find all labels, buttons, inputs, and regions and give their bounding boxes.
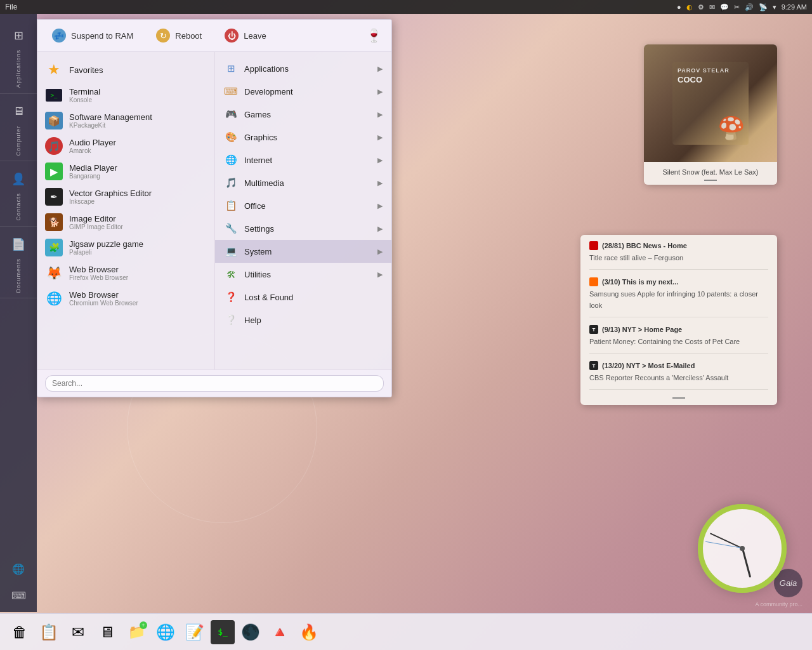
clock-widget bbox=[691, 498, 793, 599]
terminal-sub: Konsole bbox=[69, 96, 100, 103]
leave-button[interactable]: ⏻ Leave bbox=[219, 26, 271, 45]
menu-app-list: ★ Favorites >_ Terminal Konsole bbox=[37, 52, 215, 369]
taskbar-browser[interactable]: 🌐 bbox=[152, 619, 179, 646]
taskbar-trash[interactable]: 🗑 bbox=[6, 619, 33, 646]
category-utilities[interactable]: 🛠 Utilities ▶ bbox=[215, 263, 391, 286]
category-development[interactable]: ⌨ Development ▶ bbox=[215, 80, 391, 103]
news-source-label-2: (9/13) NYT > Home Page bbox=[602, 326, 682, 333]
taskbar-orb[interactable]: 🌑 bbox=[237, 619, 264, 646]
wine-icon: 🍷 bbox=[366, 28, 382, 43]
media-text: Media Player Bangarang bbox=[69, 163, 117, 180]
reboot-label: Reboot bbox=[175, 31, 202, 41]
menu-item-chromium[interactable]: 🌐 Web Browser Chromium Web Browser bbox=[37, 286, 214, 311]
top-bar-left: File bbox=[5, 3, 17, 11]
top-bar-volume-icon[interactable]: 🔊 bbox=[745, 3, 754, 11]
category-lost[interactable]: ❓ Lost & Found bbox=[215, 286, 391, 308]
cat-apps-label: Applications bbox=[244, 64, 371, 74]
sidebar-icon-contacts[interactable]: 👤 bbox=[8, 169, 29, 189]
taskbar-files[interactable]: 📁 + bbox=[123, 619, 150, 646]
sidebar-icon-network[interactable]: 🌐 bbox=[8, 559, 29, 579]
menu-item-media[interactable]: ▶ Media Player Bangarang bbox=[37, 159, 214, 184]
leave-icon: ⏻ bbox=[225, 29, 239, 43]
menu-item-software[interactable]: 📦 Software Management KPackageKit bbox=[37, 108, 214, 133]
category-multimedia[interactable]: 🎵 Multimedia ▶ bbox=[215, 171, 391, 194]
news-headline-2: Patient Money: Containing the Costs of P… bbox=[589, 338, 740, 345]
clock-hour-hand bbox=[742, 548, 751, 578]
cat-games-label: Games bbox=[244, 110, 371, 119]
menu-bottom bbox=[37, 369, 391, 397]
sidebar-icon-computer[interactable]: 🖥 bbox=[8, 102, 29, 122]
menu-item-audio[interactable]: 🎵 Audio Player Amarok bbox=[37, 133, 214, 159]
menu-search-input[interactable] bbox=[45, 375, 384, 392]
taskbar-clipboard[interactable]: 📋 bbox=[36, 619, 62, 646]
taskbar-notes[interactable]: 📝 bbox=[181, 619, 208, 646]
music-progress-line bbox=[704, 180, 717, 181]
clock-center bbox=[740, 546, 745, 551]
sidebar-icon-typewriter[interactable]: ⌨ bbox=[8, 585, 29, 606]
jigsaw-sub: Palapeli bbox=[69, 249, 143, 256]
cat-system-icon: 💻 bbox=[224, 244, 238, 258]
cat-office-icon: 📋 bbox=[224, 199, 238, 213]
taskbar-terminal[interactable]: $_ bbox=[211, 620, 235, 644]
sidebar-icon-applications[interactable]: ⊞ bbox=[8, 25, 29, 46]
reboot-button[interactable]: ↻ Reboot bbox=[151, 26, 207, 45]
menu-item-terminal[interactable]: >_ Terminal Konsole bbox=[37, 83, 214, 108]
cat-multi-arrow: ▶ bbox=[377, 179, 383, 187]
top-bar-dropdown-icon[interactable]: ▾ bbox=[773, 3, 776, 11]
cat-system-label: System bbox=[244, 247, 371, 256]
top-bar-network-icon[interactable]: 📡 bbox=[759, 3, 768, 11]
taskbar-mail[interactable]: ✉ bbox=[65, 619, 91, 646]
category-internet[interactable]: 🌐 Internet ▶ bbox=[215, 149, 391, 171]
top-bar-chat-icon[interactable]: 💬 bbox=[720, 3, 729, 11]
suspend-button[interactable]: 💤 Suspend to RAM bbox=[47, 26, 138, 45]
category-games[interactable]: 🎮 Games ▶ bbox=[215, 103, 391, 126]
category-settings[interactable]: 🔧 Settings ▶ bbox=[215, 217, 391, 240]
category-office[interactable]: 📋 Office ▶ bbox=[215, 194, 391, 217]
album-title: COCO bbox=[678, 75, 702, 84]
sidebar-label-computer: Computer bbox=[15, 126, 22, 156]
category-applications[interactable]: ⊞ Applications ▶ bbox=[215, 57, 391, 80]
top-bar-indicator-1: ● bbox=[677, 3, 681, 11]
news-headline-1: Samsung sues Apple for infringing 10 pat… bbox=[589, 290, 758, 309]
category-system[interactable]: 💻 System ▶ bbox=[215, 240, 391, 263]
music-track-name: Silent Snow (feat. Max Le Sax) bbox=[662, 168, 758, 176]
cat-games-arrow: ▶ bbox=[377, 110, 383, 119]
taskbar-vlc[interactable]: 🔺 bbox=[266, 619, 293, 646]
taskbar-desktop[interactable]: 🖥 bbox=[94, 619, 121, 646]
orange-icon bbox=[589, 277, 598, 286]
taskbar-firefox[interactable]: 🔥 bbox=[296, 619, 322, 646]
vector-text: Vector Graphics Editor Inkscape bbox=[69, 189, 152, 205]
top-bar-mail-icon[interactable]: ✉ bbox=[709, 3, 715, 11]
menu-item-firefox[interactable]: 🦊 Web Browser Firefox Web Browser bbox=[37, 260, 214, 286]
image-icon: 🐕 bbox=[45, 213, 63, 231]
top-bar-file-menu[interactable]: File bbox=[5, 3, 17, 11]
category-help[interactable]: ❔ Help bbox=[215, 308, 391, 331]
news-source-label-0: (28/81) BBC News - Home bbox=[602, 242, 687, 249]
top-bar-tools-icon[interactable]: ✂ bbox=[734, 3, 740, 11]
cat-graphics-icon: 🎨 bbox=[224, 130, 238, 144]
menu-item-jigsaw[interactable]: 🧩 Jigsaw puzzle game Palapeli bbox=[37, 235, 214, 260]
cat-office-arrow: ▶ bbox=[377, 202, 383, 210]
news-item-3: T (13/20) NYT > Most E-Mailed CBS Report… bbox=[589, 361, 768, 390]
sidebar-icon-documents[interactable]: 📄 bbox=[8, 234, 29, 255]
news-headline-0: Title race still alive – Ferguson bbox=[589, 254, 683, 262]
taskbar: 🗑 📋 ✉ 🖥 📁 + 🌐 📝 $_ 🌑 🔺 🔥 bbox=[0, 613, 812, 650]
news-source-label-1: (3/10) This is my next... bbox=[602, 278, 678, 286]
cat-internet-label: Internet bbox=[244, 156, 371, 165]
top-bar-settings-icon[interactable]: ⚙ bbox=[698, 3, 704, 11]
bbc-icon bbox=[589, 241, 598, 250]
menu-item-favorites[interactable]: ★ Favorites bbox=[37, 57, 214, 83]
cat-settings-icon: 🔧 bbox=[224, 222, 238, 235]
menu-item-image[interactable]: 🐕 Image Editor GIMP Image Editor bbox=[37, 209, 214, 235]
category-graphics[interactable]: 🎨 Graphics ▶ bbox=[215, 126, 391, 149]
left-sidebar: ⊞ Applications 🖥 Computer 👤 Contacts 📄 D… bbox=[0, 14, 37, 612]
cat-multi-label: Multimedia bbox=[244, 178, 371, 188]
menu-item-vector[interactable]: ✒ Vector Graphics Editor Inkscape bbox=[37, 184, 214, 209]
chromium-text: Web Browser Chromium Web Browser bbox=[69, 290, 138, 307]
news-source-1: (3/10) This is my next... bbox=[589, 277, 768, 286]
cat-multi-icon: 🎵 bbox=[224, 176, 238, 190]
software-sub: KPackageKit bbox=[69, 122, 152, 129]
jigsaw-text: Jigsaw puzzle game Palapeli bbox=[69, 239, 143, 256]
cat-utilities-label: Utilities bbox=[244, 270, 371, 279]
software-name: Software Management bbox=[69, 112, 152, 122]
